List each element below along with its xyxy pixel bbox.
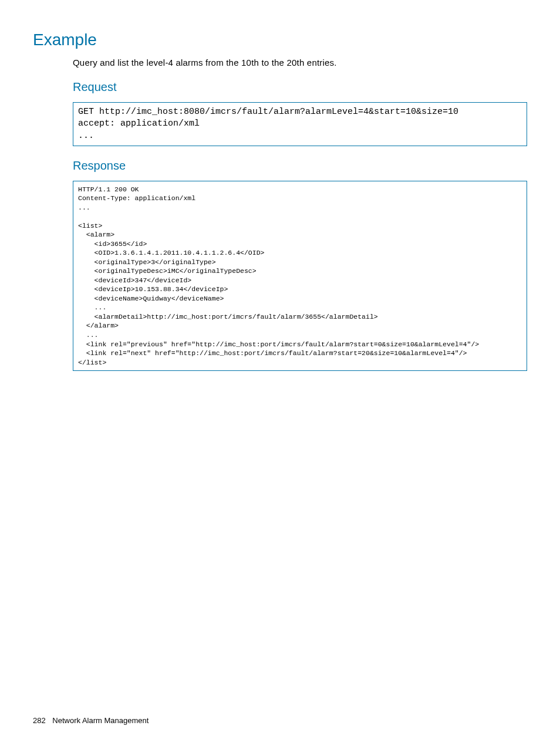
heading-example: Example (33, 31, 527, 49)
response-code: HTTP/1.1 200 OK Content-Type: applicatio… (78, 185, 522, 367)
page-footer: 282 Network Alarm Management (33, 716, 149, 725)
request-code-box: GET http://imc_host:8080/imcrs/fault/ala… (73, 102, 527, 146)
intro-text: Query and list the level-4 alarms from t… (73, 58, 527, 67)
heading-response: Response (73, 159, 527, 173)
page-number: 282 (33, 716, 46, 725)
request-code: GET http://imc_host:8080/imcrs/fault/ala… (78, 106, 522, 142)
heading-request: Request (73, 80, 527, 94)
response-code-box: HTTP/1.1 200 OK Content-Type: applicatio… (73, 181, 527, 371)
footer-section-title: Network Alarm Management (52, 716, 149, 725)
